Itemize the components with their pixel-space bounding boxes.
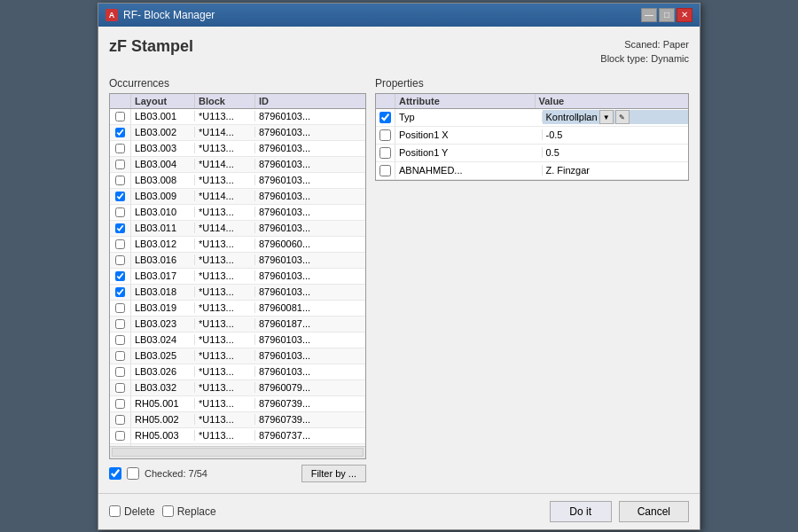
row-checkbox-20[interactable] bbox=[110, 428, 131, 443]
table-row: LB03.024 *U113... 87960103... bbox=[110, 332, 365, 348]
block-header: Block bbox=[195, 94, 255, 108]
doit-button[interactable]: Do it bbox=[550, 501, 612, 522]
filter-button[interactable]: Filter by ... bbox=[301, 465, 366, 482]
replace-checkbox[interactable] bbox=[162, 505, 174, 517]
row-layout-18: RH05.001 bbox=[131, 398, 195, 409]
row-id-12: 87960081... bbox=[255, 302, 365, 313]
row-checkbox-6[interactable] bbox=[110, 205, 131, 220]
row-block-4: *U113... bbox=[195, 175, 255, 185]
table-row: LB03.032 *U113... 87960079... bbox=[110, 380, 365, 396]
props-row-check-3[interactable] bbox=[376, 162, 395, 179]
close-button[interactable]: ✕ bbox=[677, 8, 692, 22]
row-block-17: *U113... bbox=[195, 382, 255, 393]
row-checkbox-3[interactable] bbox=[110, 157, 131, 172]
props-scroll-col bbox=[674, 94, 688, 108]
row-checkbox-1[interactable] bbox=[110, 125, 131, 140]
value-text-3: Z. Finzgar bbox=[546, 165, 591, 176]
props-row-check-2[interactable] bbox=[376, 145, 395, 161]
row-block-16: *U113... bbox=[195, 366, 255, 377]
footer: Delete Replace Do it Cancel bbox=[98, 493, 700, 529]
dropdown-btn-0[interactable]: ▼ bbox=[599, 110, 614, 124]
window-title: RF- Block Manager bbox=[123, 9, 215, 21]
row-checkbox-14[interactable] bbox=[110, 332, 131, 348]
props-row-val-1: -0.5 bbox=[543, 129, 689, 140]
cancel-button[interactable]: Cancel bbox=[619, 501, 689, 522]
table-row: RH05.004 *U113... 87960736... bbox=[110, 444, 365, 446]
row-checkbox-19[interactable] bbox=[110, 412, 131, 427]
props-row: ABNAHMED... Z. Finzgar bbox=[376, 162, 688, 180]
row-block-9: *U113... bbox=[195, 254, 255, 265]
props-row-val-3: Z. Finzgar bbox=[543, 165, 689, 176]
table-row: LB03.026 *U113... 87960103... bbox=[110, 364, 365, 380]
row-layout-4: LB03.008 bbox=[131, 175, 195, 185]
properties-table: Attribute Value Typ Kontrollplan ▼ ✎ Pos… bbox=[375, 93, 689, 181]
row-checkbox-17[interactable] bbox=[110, 380, 131, 395]
minimize-button[interactable]: — bbox=[641, 8, 657, 22]
row-checkbox-13[interactable] bbox=[110, 317, 131, 332]
row-checkbox-2[interactable] bbox=[110, 141, 131, 156]
delete-label[interactable]: Delete bbox=[109, 505, 155, 518]
occurrences-body: LB03.001 *U113... 87960103... LB03.002 *… bbox=[110, 109, 365, 446]
table-row: LB03.004 *U114... 87960103... bbox=[110, 157, 365, 173]
row-layout-7: LB03.011 bbox=[131, 223, 195, 233]
row-checkbox-9[interactable] bbox=[110, 253, 131, 268]
row-checkbox-10[interactable] bbox=[110, 269, 131, 284]
properties-label: Properties bbox=[375, 77, 689, 90]
occurrences-header: Layout Block ID bbox=[110, 94, 365, 109]
row-layout-16: LB03.026 bbox=[131, 366, 195, 377]
delete-checkbox[interactable] bbox=[109, 505, 121, 517]
table-row: LB03.009 *U114... 87960103... bbox=[110, 189, 365, 205]
value-dropdown-container-0: Kontrollplan ▼ ✎ bbox=[546, 110, 685, 124]
row-block-1: *U114... bbox=[195, 127, 255, 137]
row-checkbox-8[interactable] bbox=[110, 237, 131, 252]
props-row-attr-3: ABNAHMED... bbox=[395, 165, 543, 176]
row-block-15: *U113... bbox=[195, 350, 255, 361]
row-checkbox-11[interactable] bbox=[110, 285, 131, 300]
table-row: LB03.016 *U113... 87960103... bbox=[110, 253, 365, 269]
row-id-5: 87960103... bbox=[255, 191, 365, 201]
edit-btn-0[interactable]: ✎ bbox=[615, 110, 630, 124]
row-id-3: 87960103... bbox=[255, 159, 365, 169]
table-row: LB03.017 *U113... 87960103... bbox=[110, 269, 365, 285]
row-id-6: 87960103... bbox=[255, 207, 365, 217]
table-row: RH05.003 *U113... 87960737... bbox=[110, 428, 365, 444]
props-check-col bbox=[376, 94, 395, 108]
check-all-checkbox[interactable] bbox=[109, 467, 121, 480]
row-id-9: 87960103... bbox=[255, 254, 365, 265]
row-layout-1: LB03.002 bbox=[131, 127, 195, 137]
table-row: LB03.008 *U113... 87960103... bbox=[110, 173, 365, 189]
row-layout-8: LB03.012 bbox=[131, 239, 195, 249]
value-text-2: 0.5 bbox=[546, 147, 559, 158]
h-scroll-track[interactable] bbox=[112, 448, 364, 457]
row-checkbox-21[interactable] bbox=[110, 444, 131, 446]
table-row: LB03.025 *U113... 87960103... bbox=[110, 348, 365, 364]
row-layout-15: LB03.025 bbox=[131, 350, 195, 361]
uncheck-all-checkbox[interactable] bbox=[127, 467, 139, 480]
value-text-1: -0.5 bbox=[546, 129, 563, 140]
row-block-19: *U113... bbox=[195, 414, 255, 425]
properties-panel: Properties Attribute Value Typ Kontrollp… bbox=[375, 77, 689, 482]
row-checkbox-18[interactable] bbox=[110, 396, 131, 411]
props-row-check-0[interactable] bbox=[376, 109, 395, 126]
row-checkbox-16[interactable] bbox=[110, 364, 131, 379]
horizontal-scrollbar[interactable] bbox=[110, 446, 365, 458]
footer-right: Do it Cancel bbox=[550, 501, 689, 522]
maximize-button[interactable]: □ bbox=[659, 8, 675, 22]
row-checkbox-7[interactable] bbox=[110, 221, 131, 236]
row-layout-6: LB03.010 bbox=[131, 207, 195, 217]
table-row: LB03.019 *U113... 87960081... bbox=[110, 301, 365, 317]
titlebar: A RF- Block Manager — □ ✕ bbox=[98, 4, 700, 27]
main-panels: Occurrences Layout Block ID LB03.001 *U1… bbox=[109, 77, 689, 482]
row-block-10: *U113... bbox=[195, 270, 255, 281]
row-checkbox-0[interactable] bbox=[110, 109, 131, 124]
row-checkbox-12[interactable] bbox=[110, 301, 131, 316]
props-row-check-1[interactable] bbox=[376, 127, 395, 144]
scanned-line2: Block type: Dynamic bbox=[600, 51, 689, 66]
row-checkbox-15[interactable] bbox=[110, 348, 131, 364]
props-row: Position1 Y 0.5 bbox=[376, 145, 688, 162]
row-checkbox-4[interactable] bbox=[110, 173, 131, 188]
replace-label[interactable]: Replace bbox=[162, 505, 216, 518]
row-checkbox-5[interactable] bbox=[110, 189, 131, 204]
footer-left: Delete Replace bbox=[109, 505, 216, 518]
table-row: LB03.010 *U113... 87960103... bbox=[110, 205, 365, 221]
